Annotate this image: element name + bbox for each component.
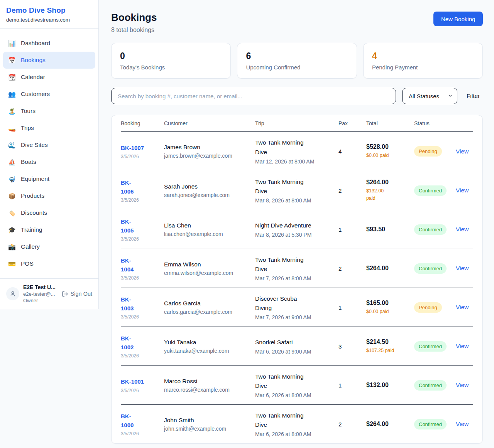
table-row: BK- 1006 3/5/2026 Sarah Jones sarah.jone… xyxy=(121,171,473,210)
sidebar-item-pos[interactable]: 💳 POS xyxy=(3,255,95,272)
status-badge: Confirmed xyxy=(414,419,447,429)
view-link[interactable]: View xyxy=(456,421,469,427)
view-link[interactable]: View xyxy=(456,343,469,349)
trip-cell: Two Tank Morning Dive Mar 8, 2026 at 8:0… xyxy=(255,177,338,204)
view-link[interactable]: View xyxy=(456,226,469,232)
sidebar-item-discounts[interactable]: 🏷️ Discounts xyxy=(3,204,95,221)
pax-value: 1 xyxy=(338,304,366,311)
booking-cell: BK- 1005 3/5/2026 xyxy=(121,217,164,242)
booking-date: 3/5/2026 xyxy=(121,236,159,242)
stat-card: 6 Upcoming Confirmed xyxy=(237,43,357,79)
trip-name: Two Tank Morning Dive xyxy=(255,138,334,157)
booking-id-link[interactable]: BK-1007 xyxy=(121,143,159,152)
total-cell: $528.00 $0.00 paid xyxy=(366,143,414,159)
page-subtitle: 8 total bookings xyxy=(111,27,157,34)
customer-email: emma.wilson@example.com xyxy=(164,270,250,276)
customer-cell: Lisa Chen lisa.chen@example.com xyxy=(164,222,255,237)
sidebar-item-label: Tours xyxy=(21,108,36,115)
view-link[interactable]: View xyxy=(456,148,469,155)
sidebar-item-bookings[interactable]: 📅 Bookings xyxy=(3,52,95,69)
trip-datetime: Mar 7, 2026 at 9:00 AM xyxy=(255,314,334,320)
table-row: BK- 1003 3/5/2026 Carlos Garcia carlos.g… xyxy=(121,288,473,327)
avatar xyxy=(6,287,19,300)
booking-id-link[interactable]: BK- 1003 xyxy=(121,295,159,313)
total-cell: $132.00 xyxy=(366,382,414,389)
trip-name: Two Tank Morning Dive xyxy=(255,177,334,196)
status-badge: Confirmed xyxy=(414,380,447,391)
total-cell: $165.00 $0.00 paid xyxy=(366,300,414,315)
sidebar-item-boats[interactable]: ⛵ Boats xyxy=(3,153,95,170)
sidebar-item-training[interactable]: 🎓 Training xyxy=(3,221,95,238)
user-name: E2E Test U... xyxy=(23,284,58,290)
status-select[interactable]: All Statuses xyxy=(402,88,457,104)
status-badge: Confirmed xyxy=(414,263,447,274)
booking-id-link[interactable]: BK- 1000 xyxy=(121,412,159,430)
booking-id-link[interactable]: BK- 1005 xyxy=(121,217,159,235)
booking-cell: BK- 1003 3/5/2026 xyxy=(121,295,164,320)
sidebar-item-calendar[interactable]: 📆 Calendar xyxy=(3,69,95,86)
sidebar: Demo Dive Shop demo.test.divestreams.com… xyxy=(0,0,99,309)
sidebar-item-dashboard[interactable]: 📊 Dashboard xyxy=(3,35,95,52)
sidebar-item-dive-sites[interactable]: 🌊 Dive Sites xyxy=(3,136,95,153)
view-link[interactable]: View xyxy=(456,187,469,194)
total-cell: $93.50 xyxy=(366,226,414,233)
stat-label: Pending Payment xyxy=(372,64,474,71)
sidebar-item-customers[interactable]: 👥 Customers xyxy=(3,86,95,103)
sidebar-item-products[interactable]: 📦 Products xyxy=(3,187,95,204)
booking-date: 3/5/2026 xyxy=(121,275,159,281)
customer-name: Carlos Garcia xyxy=(164,300,250,307)
app-layout: Demo Dive Shop demo.test.divestreams.com… xyxy=(0,0,494,444)
total-value: $132.00 xyxy=(366,382,409,389)
trip-name: Snorkel Safari xyxy=(255,338,334,347)
filter-button[interactable]: Filter xyxy=(464,93,483,99)
column-header-customer: Customer xyxy=(164,115,255,131)
brand-name[interactable]: Demo Dive Shop xyxy=(6,6,92,15)
column-header-booking: Booking xyxy=(121,115,164,131)
trip-datetime: Mar 6, 2026 at 8:00 AM xyxy=(255,392,334,398)
sidebar-item-tours[interactable]: 🏝️ Tours xyxy=(3,103,95,120)
sidebar-item-label: POS xyxy=(21,260,34,267)
booking-id-link[interactable]: BK- 1006 xyxy=(121,178,159,196)
pax-value: 3 xyxy=(338,343,366,350)
customer-email: james.brown@example.com xyxy=(164,153,250,159)
tear-off-calendar-icon: 📆 xyxy=(8,74,16,81)
sign-out-icon xyxy=(62,291,68,297)
sidebar-item-label: Bookings xyxy=(21,57,46,64)
stat-card: 0 Today's Bookings xyxy=(111,43,231,79)
status-badge: Confirmed xyxy=(414,224,447,235)
sailboat-icon: ⛵ xyxy=(8,158,16,166)
pax-value: 2 xyxy=(338,187,366,194)
booking-date: 3/5/2026 xyxy=(121,388,159,393)
sidebar-item-label: Gallery xyxy=(21,243,40,250)
paid-amount: $132.00 paid xyxy=(366,187,409,202)
sign-out-label: Sign Out xyxy=(71,291,92,297)
booking-cell: BK- 1002 3/5/2026 xyxy=(121,334,164,359)
booking-id-link[interactable]: BK- 1002 xyxy=(121,334,159,352)
customer-email: john.smith@example.com xyxy=(164,426,250,432)
customer-name: James Brown xyxy=(164,144,250,151)
status-cell: Confirmed xyxy=(414,224,456,235)
customer-cell: John Smith john.smith@example.com xyxy=(164,417,255,432)
status-cell: Confirmed xyxy=(414,263,456,274)
view-link[interactable]: View xyxy=(456,265,469,271)
view-link[interactable]: View xyxy=(456,382,469,388)
view-link[interactable]: View xyxy=(456,304,469,310)
booking-id-link[interactable]: BK-1001 xyxy=(121,377,159,386)
new-booking-button[interactable]: New Booking xyxy=(433,12,483,26)
sidebar-item-trips[interactable]: 🚤 Trips xyxy=(3,120,95,136)
sign-out-button[interactable]: Sign Out xyxy=(62,291,92,297)
sidebar-item-gallery[interactable]: 📸 Gallery xyxy=(3,238,95,255)
user-meta: E2E Test U... e2e-tester@... Owner xyxy=(23,284,58,303)
user-email: e2e-tester@... xyxy=(23,291,58,297)
sidebar-item-label: Training xyxy=(21,226,42,233)
sidebar-item-equipment[interactable]: 🤿 Equipment xyxy=(3,170,95,187)
customer-email: yuki.tanaka@example.com xyxy=(164,348,250,354)
search-input[interactable] xyxy=(111,88,396,104)
customer-cell: Sarah Jones sarah.jones@example.com xyxy=(164,183,255,198)
status-cell: Confirmed xyxy=(414,380,456,391)
sidebar-item-label: Products xyxy=(21,192,44,199)
customer-email: marco.rossi@example.com xyxy=(164,387,250,393)
sidebar-nav: 📊 Dashboard 📅 Bookings 📆 Calendar 👥 Cust… xyxy=(0,29,98,278)
trip-name: Discover Scuba Diving xyxy=(255,294,334,313)
booking-id-link[interactable]: BK- 1004 xyxy=(121,256,159,274)
